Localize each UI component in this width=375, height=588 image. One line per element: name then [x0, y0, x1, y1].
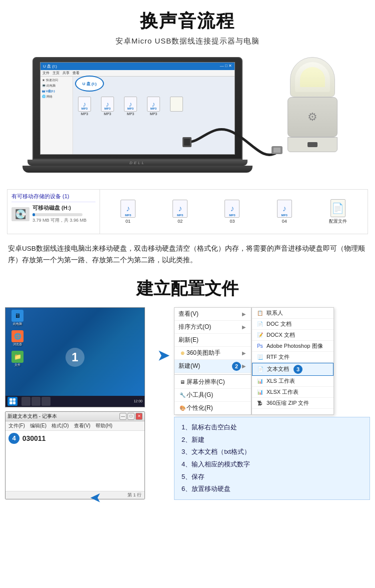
context-menu-area: 查看(V)▶ 排序方式(O)▶ 刷新(E) ⊕ 360美图助手▶ 新建(W) 2…	[174, 307, 370, 415]
notepad-titlebar: 新建文本文档 - 记事本 — □ ✕	[6, 412, 144, 421]
ctx-item-new[interactable]: 新建(W) 2 ▶	[174, 360, 251, 373]
file-icon-mp3-1: MP3 MP3	[75, 97, 94, 116]
submenu-item-xls[interactable]: 📊XLS 工作表	[252, 376, 334, 387]
ctx-item-360[interactable]: ⊕ 360美图助手▶	[174, 347, 251, 360]
step-badge-4: 4	[8, 433, 20, 444]
arrow-right-icon: ➤	[153, 347, 173, 364]
submenu-item-doc[interactable]: 📄DOC 文档	[252, 319, 334, 330]
drive-size: 3.79 MB 可用，共 3.96 MB	[32, 217, 86, 224]
page-title-1: 换声音流程	[0, 9, 375, 34]
laptop-illustration-area: U 盘 (I:) — □ ✕ 文件主页共享查看 ★ 快速访问 💻 此电脑 🖴 U…	[0, 48, 375, 184]
file-item-04: ♪MP3 04	[277, 200, 292, 224]
desktop-icon-3: 📁 文件	[8, 351, 28, 367]
window-maximize-btn[interactable]: □	[128, 413, 134, 420]
context-menu-main: 查看(V)▶ 排序方式(O)▶ 刷新(E) ⊕ 360美图助手▶ 新建(W) 2…	[174, 307, 252, 415]
submenu-item-photoshop[interactable]: PsAdobe Photoshop 图像	[252, 341, 334, 352]
drive-panel-title: 有可移动存储的设备 (1)	[12, 193, 96, 202]
page-subtitle-1: 安卓Micro USB数据线连接提示器与电脑	[0, 37, 375, 46]
windows-desktop: 🖥 此电脑 🌐 浏览器 📁 文件 1	[5, 307, 145, 407]
submenu-item-txt[interactable]: 📄 文本文档 3	[252, 363, 334, 376]
submenu-item-zip[interactable]: 🗜360压缩 ZIP 文件	[252, 398, 334, 409]
info-box: 有可移动存储的设备 (1) 💽 可移动磁盘 (H:) 3.79 MB 可用，共 …	[7, 189, 368, 234]
svg-rect-1	[184, 139, 190, 146]
section1-header: 换声音流程 安卓Micro USB数据线连接提示器与电脑	[0, 0, 375, 48]
description-text: 安卓USB数据线连接电脑出来移动硬盘，双击移动硬盘清空（格式化）内存，将需要的声…	[0, 239, 375, 272]
submenu-item-contact[interactable]: 📋联系人	[252, 308, 334, 319]
ctx-item-personalize[interactable]: 🎨 个性化(R)	[174, 402, 251, 414]
step-badge-1: 1	[66, 348, 84, 367]
win-taskbar: 12:00	[6, 396, 144, 407]
window-close-btn[interactable]: ✕	[136, 413, 142, 420]
instruction-6: 6、放置移动硬盘	[182, 483, 362, 495]
file-item-02: ♪MP3 02	[172, 200, 188, 224]
laptop-brand-label: DELL	[130, 161, 146, 165]
desktop-icon-1: 🖥 此电脑	[8, 310, 28, 326]
instruction-1: 1、鼠标右击空白处	[182, 421, 362, 434]
submenu-item-docx[interactable]: 📝DOCX 文档	[252, 330, 334, 341]
arrow-left-icon: ➤	[90, 490, 102, 506]
file-item-03: ♪MP3 03	[224, 200, 240, 224]
step-badge-3: 3	[294, 365, 302, 374]
files-panel: ♪MP3 01 ♪MP3 02 ♪MP3 03 ♪MP3 04 📄 配置文件	[100, 190, 368, 234]
notepad-status-text: 第 1 行	[128, 492, 142, 497]
instruction-5: 5、保存	[182, 471, 362, 483]
ctx-item-resolution[interactable]: 🖥 屏幕分辨率(C)	[174, 376, 251, 389]
notepad-statusbar: 第 1 行	[6, 491, 144, 499]
explorer-titlebar: U 盘 (I:) — □ ✕	[40, 63, 234, 70]
ctx-item-gadgets[interactable]: 🔧 小工具(G)	[174, 389, 251, 402]
file-item-01: ♪MP3 01	[120, 200, 136, 224]
ctx-item-refresh[interactable]: 刷新(E)	[174, 334, 251, 347]
instruction-3: 3、文本文档（txt格式）	[182, 446, 362, 458]
notepad-window: 新建文本文档 - 记事本 — □ ✕ 文件(F) 编辑(E) 格式(O) 查看(…	[5, 411, 145, 499]
notepad-menubar: 文件(F) 编辑(E) 格式(O) 查看(V) 帮助(H)	[6, 421, 144, 431]
file-icon-mp3-2: MP3 MP3	[98, 97, 117, 116]
desktop-icon-2: 🌐 浏览器	[8, 330, 28, 347]
context-submenu: 📋联系人 📄DOC 文档 📝DOCX 文档 PsAdobe Photoshop …	[252, 307, 334, 415]
drive-name: 可移动磁盘 (H:)	[32, 204, 86, 212]
instruction-4: 4、输入相应的模式数字	[182, 458, 362, 471]
strobe-device: ⚙	[268, 52, 358, 172]
page-title-2: 建立配置文件	[0, 277, 375, 300]
step-badge-2: 2	[232, 362, 241, 371]
ctx-item-view[interactable]: 查看(V)▶	[174, 308, 251, 321]
explorer-sidebar: ★ 快速访问 💻 此电脑 🖴 U盘(I:) 🌐 网络	[40, 77, 73, 154]
file-item-config: 📄 配置文件	[329, 199, 347, 225]
section2-header: 建立配置文件	[0, 272, 375, 307]
drive-info-panel: 有可移动存储的设备 (1) 💽 可移动磁盘 (H:) 3.79 MB 可用，共 …	[8, 190, 100, 234]
submenu-item-rtf[interactable]: 📃RTF 文件	[252, 352, 334, 363]
instruction-2: 2、新建	[182, 434, 362, 446]
file-icon-mp3-3: MP3 MP3	[121, 97, 140, 116]
ctx-item-sort[interactable]: 排序方式(O)▶	[174, 321, 251, 334]
notepad-content-area: 4 030011	[6, 431, 144, 491]
u-disk-badge: U 盘 (I:)	[75, 76, 104, 92]
file-icon-mp3-4: MP3 MP3	[144, 97, 163, 116]
window-minimize-btn[interactable]: —	[120, 413, 126, 420]
submenu-item-xlsx[interactable]: 📊XLSX 工作表	[252, 387, 334, 398]
notepad-title-text: 新建文本文档 - 记事本	[8, 413, 57, 420]
drive-icon: 💽	[12, 207, 30, 221]
notepad-content-text: 030011	[22, 434, 46, 442]
explorer-toolbar: 文件主页共享查看	[40, 70, 234, 77]
instructions-box: 1、鼠标右击空白处 2、新建 3、文本文档（txt格式） 4、输入相应的模式数字…	[174, 417, 370, 500]
